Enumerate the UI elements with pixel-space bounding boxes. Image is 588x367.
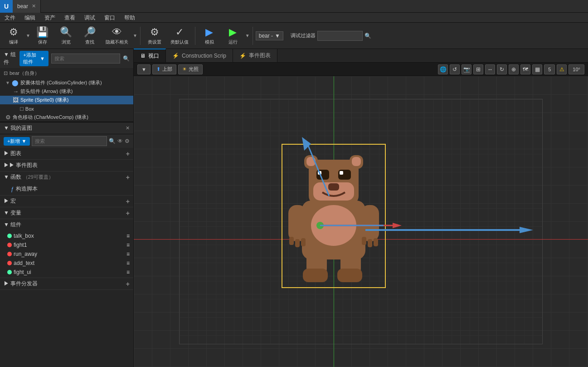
simulate-btn[interactable]: ▶ 模拟 — [198, 24, 221, 48]
angle-btn[interactable]: 10° — [569, 64, 584, 74]
browse-btn[interactable]: 🔍 浏览 — [55, 24, 78, 48]
bp-section-functions-header[interactable]: ▼ 函数 （29可覆盖） + — [0, 171, 133, 183]
grid-icon-btn[interactable]: ▦ — [532, 64, 542, 74]
compile-btn[interactable]: ⚙ 编译 — [2, 24, 25, 48]
self-icon: ⊡ — [4, 70, 8, 76]
bp-comp-fightui[interactable]: fight_ui ≡ — [0, 268, 133, 277]
tree-item-arrow[interactable]: → 箭头组件 (Arrow) (继承) — [0, 87, 133, 96]
blueprint-title: ▼ 我的蓝图 — [4, 124, 32, 132]
run-btn[interactable]: ▶ 运行 — [222, 24, 244, 48]
sep2 — [195, 27, 195, 45]
bp-section-macro-header[interactable]: ▶ 宏 + — [0, 196, 133, 207]
bp-section-chart-header[interactable]: ▶ 图表 + — [0, 148, 133, 159]
rotate-btn[interactable]: ↻ — [497, 64, 507, 74]
bp-add-dispatcher[interactable]: + — [126, 280, 130, 288]
top-view-btn[interactable]: ⬆ 上部 — [152, 64, 176, 74]
viewport[interactable] — [134, 76, 588, 367]
bp-section-chart-label: ▶ 图表 — [4, 150, 21, 157]
blueprint-close-btn[interactable]: ✕ — [126, 125, 130, 131]
debug-filter-input[interactable] — [317, 31, 363, 41]
dropdown-arrow: ▼ — [141, 67, 146, 72]
add-component-btn[interactable]: +添加组件 ▼ — [19, 51, 49, 66]
blueprint-search-input[interactable] — [32, 136, 107, 146]
menu-window[interactable]: 窗口 — [100, 13, 120, 23]
bp-item-construct[interactable]: ƒ 构造脚本 — [0, 184, 133, 194]
bp-add-function[interactable]: + — [126, 174, 130, 181]
run-icon: ▶ — [229, 26, 237, 38]
globe-btn[interactable]: 🌐 — [438, 64, 448, 74]
hide-btn[interactable]: 👁 隐藏不相关 — [102, 24, 132, 48]
tree-item-sprite[interactable]: 🖼 Sprite (Sprite0) (继承) — [0, 96, 133, 104]
menu-help[interactable]: 帮助 — [120, 13, 140, 23]
menu-debug[interactable]: 调试 — [80, 13, 100, 23]
tab-viewport[interactable]: 🖥 视口 — [134, 49, 166, 62]
compile-arrow[interactable]: ▼ — [26, 33, 30, 38]
tree-item-charmove[interactable]: ⚙ 角色移动 (CharMoveComp) (继承) — [0, 113, 133, 122]
find-label: 查找 — [85, 39, 94, 45]
center-area: 🖥 视口 ⚡ Construction Scrip ⚡ 事件图表 ▼ ⬆ 上部 — [134, 49, 588, 367]
bp-section-vars-header[interactable]: ▼ 变量 + — [0, 207, 133, 219]
tab-close-btn[interactable]: ✕ — [32, 3, 36, 9]
runaway-arrow: ≡ — [126, 251, 130, 257]
component-search-input[interactable] — [51, 54, 120, 64]
bp-comp-talkbox[interactable]: talk_box ≡ — [0, 231, 133, 240]
class-defaults-btn[interactable]: ✓ 类默认值 — [167, 24, 192, 48]
addtext-label: add_text — [14, 260, 34, 266]
component-search-btn[interactable]: 🔍 — [123, 55, 130, 62]
zoom-level-btn[interactable]: 5 — [544, 64, 555, 74]
menu-view[interactable]: 查看 — [60, 13, 80, 23]
blueprint-settings-icon[interactable]: ⚙ — [125, 138, 130, 144]
save-btn[interactable]: 💾 保存 — [31, 24, 54, 48]
tree-item-collision[interactable]: ▼ ⬤ 胶囊体组件 (CollisionCylinder) (继承) — [0, 78, 133, 87]
tab-construction[interactable]: ⚡ Construction Scrip — [166, 49, 233, 62]
svg-line-29 — [306, 142, 329, 196]
scale-btn[interactable]: ⊕ — [509, 64, 519, 74]
menu-edit[interactable]: 编辑 — [20, 13, 40, 23]
find-btn[interactable]: 🔎 查找 — [78, 24, 101, 48]
world-btn[interactable]: 🗺 — [520, 64, 530, 74]
bp-add-macro[interactable]: + — [126, 198, 130, 205]
blueprint-header: ▼ 我的蓝图 ✕ — [0, 122, 133, 134]
bp-section-dispatcher-header[interactable]: ▶ 事件分发器 + — [0, 278, 133, 289]
blueprint-search-icon[interactable]: 🔍 — [109, 138, 116, 144]
title-tab[interactable]: bear ✕ — [13, 0, 41, 13]
bp-section-functions: ▼ 函数 （29可覆盖） + ƒ 构造脚本 — [0, 171, 133, 196]
grid-btn[interactable]: ⊞ — [473, 64, 483, 74]
debug-search-icon[interactable]: 🔍 — [364, 33, 371, 39]
bp-section-event-graph-label: ▶▶ 事件图表 — [4, 161, 38, 169]
bp-add-chart[interactable]: + — [126, 150, 130, 157]
hide-arrow[interactable]: ▼ — [133, 33, 137, 38]
class-settings-btn[interactable]: ⚙ 类设置 — [143, 24, 166, 48]
bp-comp-addtext[interactable]: add_text ≡ — [0, 259, 133, 268]
new-btn[interactable]: +新增 ▼ — [4, 137, 30, 146]
run-btn-group: ▶ 运行 ▼ — [222, 24, 250, 48]
move-btn[interactable]: ↔ — [485, 64, 495, 74]
tab-event-graph-label: 事件图表 — [249, 52, 271, 59]
hide-icon: 👁 — [112, 26, 122, 38]
dropdown-btn[interactable]: ▼ — [137, 64, 151, 74]
bp-comp-fight1[interactable]: fight1 ≡ — [0, 240, 133, 250]
run-arrow[interactable]: ▼ — [245, 33, 250, 38]
tab-event-graph[interactable]: ⚡ 事件图表 — [233, 49, 277, 62]
sep3 — [253, 27, 253, 45]
lighting-btn[interactable]: ☀ 光照 — [178, 64, 203, 74]
bear-dropdown-btn[interactable]: bear - ▼ — [256, 31, 283, 40]
self-label: ⊡ bear（自身） — [0, 68, 133, 78]
tree-item-box[interactable]: □ Box — [0, 104, 133, 113]
menu-asset[interactable]: 资产 — [40, 13, 60, 23]
bp-add-var[interactable]: + — [126, 210, 130, 217]
components-header: ▼ 组件 +添加组件 ▼ 🔍 — [0, 49, 133, 68]
warning-btn[interactable]: ⚠ — [557, 64, 567, 74]
bp-section-components-header[interactable]: ▼ 组件 — [0, 219, 133, 230]
lighting-label: 光照 — [189, 66, 199, 73]
refresh-btn[interactable]: ↺ — [450, 64, 460, 74]
talkbox-arrow: ≡ — [126, 233, 130, 239]
main-layout: ▼ 组件 +添加组件 ▼ 🔍 ⊡ bear（自身） ▼ ⬤ 胶囊体组件 (Col… — [0, 49, 588, 367]
camera-btn[interactable]: 📷 — [462, 64, 471, 74]
tab-viewport-icon: 🖥 — [140, 53, 146, 59]
debug-filter-group: bear - ▼ 调试过滤器 🔍 — [256, 31, 371, 41]
bp-comp-runaway[interactable]: run_away ≡ — [0, 250, 133, 259]
menu-file[interactable]: 文件 — [0, 13, 20, 23]
bp-section-event-graph-header[interactable]: ▶▶ 事件图表 — [0, 160, 133, 171]
blueprint-eye-icon[interactable]: 👁 — [117, 138, 123, 144]
